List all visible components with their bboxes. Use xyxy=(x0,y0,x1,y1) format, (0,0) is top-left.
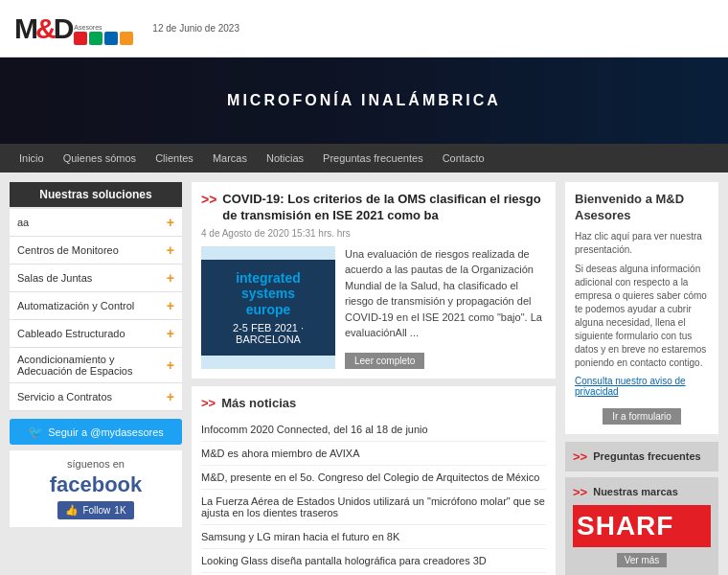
article-date: 4 de Agosto de 2020 15:31 hrs. hrs xyxy=(201,228,546,239)
nav-clientes[interactable]: Clientes xyxy=(146,144,203,172)
sidebar-item-automatizacion[interactable]: Automatización y Control + xyxy=(10,292,182,320)
sharp-logo-text: SHARF xyxy=(577,511,673,540)
news-item-4[interactable]: Samsung y LG miran hacia el futuro en 8K xyxy=(201,525,546,549)
news-item-3[interactable]: La Fuerza Aérea de Estados Unidos utiliz… xyxy=(201,490,546,525)
sidebar-label-servicio: Servicio a Contratos xyxy=(17,391,112,402)
logo-icon-blue xyxy=(104,32,118,45)
sidebar-plus-centros: + xyxy=(167,242,174,258)
left-sidebar: Nuestras soluciones aa + Centros de Moni… xyxy=(10,182,182,575)
sidebar-label-automatizacion: Automatización y Control xyxy=(17,300,134,311)
right-sidebar: Bienvenido a M&D Asesores Haz clic aquí … xyxy=(565,182,718,575)
article-title-bar: >> COVID-19: Los criterios de la OMS cla… xyxy=(201,192,546,224)
article-image: integrated systems europe 2-5 FEB 2021 ·… xyxy=(201,246,335,369)
marcas-title: Nuestras marcas xyxy=(593,486,678,497)
nav-quienes[interactable]: Quienes sómos xyxy=(54,144,146,172)
sidebar-item-acondicionamiento[interactable]: Acondicionamiento y Adecuación de Espaci… xyxy=(10,348,182,383)
ver-mas-button[interactable]: Ver más xyxy=(617,553,668,567)
twitter-label: Seguir a @mydasesores xyxy=(48,426,164,438)
sidebar-plus-automatizacion: + xyxy=(167,298,174,313)
faq-title: Preguntas frecuentes xyxy=(593,450,700,462)
facebook-follow-label: Follow xyxy=(82,505,110,516)
ise-date: 2-5 FEB 2021 · BARCELONA xyxy=(211,322,326,345)
facebook-count: 1K xyxy=(114,505,125,516)
twitter-icon: 🐦 xyxy=(28,425,43,439)
welcome-box: Bienvenido a M&D Asesores Haz clic aquí … xyxy=(565,182,718,434)
nav-faq[interactable]: Preguntas frecuentes xyxy=(313,144,433,172)
ise-title: integrated systems europe xyxy=(236,270,301,318)
thumbs-up-icon: 👍 xyxy=(65,504,79,517)
sidebar-plus-aa: + xyxy=(167,215,174,230)
sidebar-plus-salas: + xyxy=(167,270,174,286)
center-content: >> COVID-19: Los criterios de la OMS cla… xyxy=(192,182,556,575)
privacy-link[interactable]: Consulta nuestro aviso de privacidad xyxy=(575,376,709,397)
hero-banner: MICROFONÍA INALÁMBRICA xyxy=(0,58,728,144)
nav-inicio[interactable]: Inicio xyxy=(10,144,54,172)
sidebar-item-salas[interactable]: Salas de Juntas + xyxy=(10,264,182,292)
sidebar-label-aa: aa xyxy=(17,217,29,228)
ir-formulario-button[interactable]: Ir a formulario xyxy=(603,408,681,425)
main-content: Nuestras soluciones aa + Centros de Moni… xyxy=(0,172,728,575)
article-title[interactable]: COVID-19: Los criterios de la OMS clasif… xyxy=(222,192,546,224)
news-item-0[interactable]: Infocomm 2020 Connected, del 16 al 18 de… xyxy=(201,418,546,442)
sidebar-label-cableado: Cableado Estructurado xyxy=(17,328,125,339)
leer-completo-button[interactable]: Leer completo xyxy=(345,353,424,369)
welcome-text: Si deseas alguna información adicional c… xyxy=(575,263,709,370)
header-date: 12 de Junio de 2023 xyxy=(152,23,239,34)
sidebar-label-acondicionamiento: Acondicionamiento y Adecuación de Espaci… xyxy=(17,354,167,377)
more-news-title: Más noticias xyxy=(221,396,296,410)
nav-marcas[interactable]: Marcas xyxy=(203,144,257,172)
sidebar-item-centros[interactable]: Centros de Monitoreo + xyxy=(10,237,182,264)
sidebar-plus-cableado: + xyxy=(167,326,174,341)
sidebar-plus-acondicionamiento: + xyxy=(167,357,174,373)
article-text-area: Una evaluación de riesgos realizada de a… xyxy=(345,246,546,369)
sidebar-item-cableado[interactable]: Cableado Estructurado + xyxy=(10,320,182,348)
sidebar-plus-servicio: + xyxy=(167,389,174,404)
sidebar-label-centros: Centros de Monitoreo xyxy=(17,244,119,256)
faq-chevrons-icon: >> xyxy=(573,449,587,464)
logo-icon-green xyxy=(89,32,102,45)
news-item-1[interactable]: M&D es ahora miembro de AVIXA xyxy=(201,442,546,466)
ise-banner: integrated systems europe 2-5 FEB 2021 ·… xyxy=(201,260,335,356)
sidebar-title: Nuestras soluciones xyxy=(10,182,182,207)
header: M&D Asesores 12 de Junio de 2023 xyxy=(0,0,728,58)
welcome-intro: Haz clic aquí para ver nuestra presentac… xyxy=(575,230,709,257)
more-news-section: >> Más noticias Infocomm 2020 Connected,… xyxy=(192,386,556,575)
welcome-title: Bienvenido a M&D Asesores xyxy=(575,192,709,224)
nav-noticias[interactable]: Noticias xyxy=(257,144,313,172)
main-nav: Inicio Quienes sómos Clientes Marcas Not… xyxy=(0,144,728,172)
news-item-5[interactable]: Looking Glass diseña pantalla holográfic… xyxy=(201,549,546,573)
twitter-follow-button[interactable]: 🐦 Seguir a @mydasesores xyxy=(10,419,182,445)
sidebar-item-aa[interactable]: aa + xyxy=(10,209,182,237)
sidebar-label-salas: Salas de Juntas xyxy=(17,272,92,284)
article-text: Una evaluación de riesgos realizada de a… xyxy=(345,246,546,341)
news-item-2[interactable]: M&D, presente en el 5o. Congreso del Col… xyxy=(201,466,546,490)
logo-icon-red xyxy=(74,32,87,45)
facebook-label: facebook xyxy=(17,472,174,497)
facebook-seguimos-label: síguenos en xyxy=(17,458,174,470)
faq-box[interactable]: >> Preguntas frecuentes xyxy=(565,442,718,472)
article-chevrons: >> xyxy=(201,192,216,207)
marcas-chevrons-icon: >> xyxy=(573,485,587,499)
logo-icon-orange xyxy=(120,32,133,45)
facebook-section: síguenos en facebook 👍 Follow 1K xyxy=(10,450,182,527)
marcas-header: >> Nuestras marcas xyxy=(573,485,711,499)
marcas-box[interactable]: >> Nuestras marcas SHARF Ver más xyxy=(565,477,718,575)
logo[interactable]: M&D Asesores xyxy=(14,12,133,45)
sharp-logo-banner: SHARF xyxy=(573,505,711,547)
logo-text: M&D xyxy=(14,12,71,45)
article-body: integrated systems europe 2-5 FEB 2021 ·… xyxy=(201,246,546,369)
hero-text: MICROFONÍA INALÁMBRICA xyxy=(227,92,501,109)
main-article: >> COVID-19: Los criterios de la OMS cla… xyxy=(192,182,556,379)
nav-contacto[interactable]: Contacto xyxy=(433,144,494,172)
more-news-chevrons: >> xyxy=(201,396,216,410)
facebook-follow-button[interactable]: 👍 Follow 1K xyxy=(57,501,133,519)
logo-asesores: Asesores xyxy=(74,24,133,31)
sidebar-item-servicio[interactable]: Servicio a Contratos + xyxy=(10,383,182,411)
more-news-header: >> Más noticias xyxy=(201,396,546,410)
